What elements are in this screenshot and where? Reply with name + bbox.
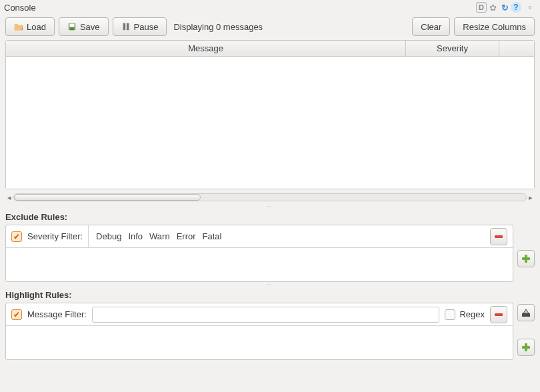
save-icon <box>67 22 77 31</box>
svg-rect-4 <box>126 23 129 31</box>
severity-level[interactable]: Debug <box>93 231 125 241</box>
severity-levels[interactable]: Debug Info Warn Error Fatal <box>88 225 485 247</box>
exclude-rule-label: Severity Filter: <box>27 231 83 241</box>
message-table: Message Severity <box>5 40 535 189</box>
svg-rect-7 <box>522 257 530 260</box>
resize-columns-button[interactable]: Resize Columns <box>454 17 535 36</box>
svg-rect-5 <box>495 235 503 238</box>
highlight-rule-enable-checkbox[interactable]: ✔ <box>11 309 22 320</box>
exclude-rules-heading: Exclude Rules: <box>0 208 540 225</box>
svg-rect-8 <box>495 313 503 316</box>
titlebar-icons: D ✿ ↻ ? ○ <box>476 1 536 13</box>
column-header-severity[interactable]: Severity <box>406 41 499 56</box>
close-icon[interactable]: ○ <box>524 1 536 13</box>
clear-button[interactable]: Clear <box>412 17 450 36</box>
highlight-rule-row: ✔ Message Filter: ✔ Regex <box>6 303 513 326</box>
exclude-rule-enable-checkbox[interactable]: ✔ <box>11 231 22 242</box>
scroll-thumb[interactable] <box>14 194 201 201</box>
highlight-rules-list: ✔ Message Filter: ✔ Regex <box>5 303 513 360</box>
highlight-rule-label: Message Filter: <box>27 309 87 319</box>
svg-rect-3 <box>123 23 125 31</box>
highlight-rules-heading: Highlight Rules: <box>0 286 540 303</box>
column-header-extra[interactable] <box>499 41 534 56</box>
exclude-rules-list: ✔ Severity Filter: Debug Info Warn Error… <box>5 225 513 282</box>
highlight-rules-panel: ✔ Message Filter: ✔ Regex <box>5 303 535 360</box>
toolbar: Load Save Pause Displaying 0 messages Cl… <box>0 15 540 40</box>
severity-level[interactable]: Warn <box>146 231 173 241</box>
exclude-rules-empty-area <box>6 248 513 281</box>
add-highlight-rule-button[interactable] <box>517 339 535 356</box>
table-header: Message Severity <box>6 41 534 57</box>
pause-button[interactable]: Pause <box>113 17 167 36</box>
scroll-track[interactable] <box>13 193 527 201</box>
remove-exclude-rule-button[interactable] <box>490 228 507 245</box>
remove-highlight-rule-button[interactable] <box>490 306 507 323</box>
svg-rect-1 <box>69 24 74 27</box>
pause-icon <box>121 22 131 31</box>
load-button-label: Load <box>27 22 46 32</box>
severity-level[interactable]: Info <box>125 231 146 241</box>
horizontal-scrollbar[interactable]: ◂ ▸ <box>5 192 535 203</box>
scroll-right-icon[interactable]: ▸ <box>527 193 535 201</box>
gear-icon[interactable]: ✿ <box>487 1 499 13</box>
window-title: Console <box>4 3 476 13</box>
highlight-rules-side <box>517 303 535 356</box>
pause-button-label: Pause <box>134 22 159 32</box>
status-text: Displaying 0 messages <box>173 22 263 32</box>
add-exclude-rule-button[interactable] <box>517 250 535 267</box>
regex-option: ✔ Regex <box>445 309 485 320</box>
help-icon[interactable]: ? <box>511 2 521 13</box>
save-button[interactable]: Save <box>59 17 109 36</box>
exclude-rules-side <box>517 225 535 267</box>
exclude-rule-row: ✔ Severity Filter: Debug Info Warn Error… <box>6 225 513 248</box>
svg-rect-2 <box>70 28 73 31</box>
refresh-icon[interactable]: ↻ <box>499 1 511 13</box>
highlight-rules-empty-area <box>6 326 513 359</box>
exclude-rules-panel: ✔ Severity Filter: Debug Info Warn Error… <box>5 225 535 282</box>
folder-open-icon <box>14 22 23 31</box>
resize-columns-button-label: Resize Columns <box>463 22 526 32</box>
svg-rect-11 <box>522 346 530 349</box>
save-button-label: Save <box>80 22 100 32</box>
clear-button-label: Clear <box>421 22 441 32</box>
severity-level[interactable]: Error <box>173 231 199 241</box>
svg-rect-9 <box>522 313 530 317</box>
regex-checkbox[interactable]: ✔ <box>445 309 455 320</box>
table-body-empty <box>6 57 534 189</box>
load-button[interactable]: Load <box>5 17 55 36</box>
scroll-left-icon[interactable]: ◂ <box>5 193 13 201</box>
regex-label: Regex <box>459 309 485 319</box>
severity-level[interactable]: Fatal <box>199 231 225 241</box>
titlebar: Console D ✿ ↻ ? ○ <box>0 0 540 15</box>
highlight-color-button[interactable] <box>517 304 535 321</box>
message-filter-input[interactable] <box>92 307 440 323</box>
dock-icon[interactable]: D <box>476 2 487 13</box>
column-header-message[interactable]: Message <box>6 41 406 56</box>
